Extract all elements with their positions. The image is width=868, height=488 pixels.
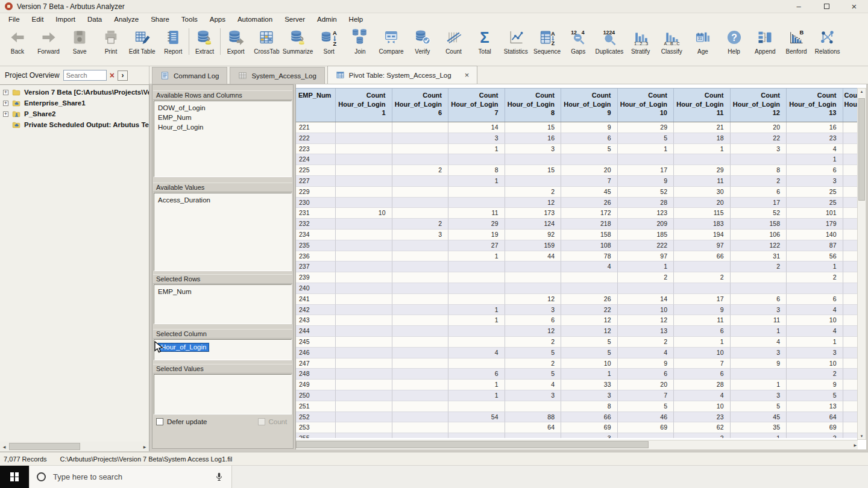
scroll-right-icon[interactable]: ▶ — [854, 443, 857, 447]
table-row[interactable]: 2501337435 — [296, 390, 858, 401]
toolbar-button[interactable]: Statistics — [500, 28, 532, 55]
table-row[interactable]: 235271591082229712287 — [296, 240, 858, 251]
table-row[interactable]: 2361447897663156 — [296, 251, 858, 262]
toolbar-button[interactable]: Extract — [189, 28, 220, 55]
table-row[interactable]: 231101117317212311552101 — [296, 208, 858, 219]
toolbar-button[interactable]: CrossTab — [251, 28, 283, 55]
table-row[interactable]: 24645541033 — [296, 348, 858, 358]
tree-expander[interactable]: + — [3, 101, 8, 106]
column-header[interactable]: CountHour_of_Login10 — [618, 89, 675, 122]
column-header[interactable]: CountHour_of_Login1 — [336, 89, 392, 122]
column-header[interactable]: CountHour_of_Login12 — [731, 89, 787, 122]
toolbar-button[interactable]: Export — [220, 28, 251, 55]
tree-item[interactable]: + Version 7 Beta [C:\Arbutus\Projects\Ve… — [0, 87, 149, 98]
document-tab[interactable]: System_Access_Log — [230, 67, 324, 84]
menu-item[interactable]: Apps — [204, 13, 231, 25]
table-row[interactable]: 2374121 — [296, 261, 858, 272]
table-row[interactable]: 25254886646234564 — [296, 412, 858, 423]
scroll-up-icon[interactable]: ▲ — [858, 90, 866, 93]
table-row[interactable]: 239222 — [296, 272, 858, 283]
defer-update-checkbox[interactable] — [156, 418, 163, 425]
menu-item[interactable]: Server — [278, 13, 311, 25]
toolbar-button[interactable]: Join — [345, 28, 376, 55]
tree-expander[interactable]: + — [3, 90, 8, 95]
table-row[interactable]: 230122628201725 — [296, 198, 858, 208]
table-row[interactable]: 2271791123 — [296, 176, 858, 187]
count-checkbox[interactable] — [258, 418, 265, 425]
scrollbar-thumb[interactable] — [296, 441, 649, 448]
table-row[interactable]: 2241 — [296, 154, 858, 165]
scroll-down-icon[interactable]: ▼ — [858, 434, 866, 438]
field-list-item[interactable]: Hour_of_Login — [154, 342, 291, 353]
toolbar-button[interactable]: Print — [95, 28, 127, 55]
tree-expander[interactable]: + — [3, 111, 8, 117]
toolbar-button[interactable]: Help — [719, 28, 750, 55]
toolbar-button[interactable]: Count — [438, 28, 470, 55]
clear-search-icon[interactable]: × — [110, 70, 115, 80]
menu-item[interactable]: File — [2, 13, 26, 25]
taskbar-search[interactable]: Type here to search — [29, 466, 232, 488]
table-row[interactable]: 2231351134 — [296, 144, 858, 155]
microphone-icon[interactable] — [214, 472, 224, 482]
toolbar-button[interactable]: Forward — [33, 28, 64, 55]
toolbar-button[interactable]: Duplicates — [594, 28, 625, 55]
table-row[interactable]: 240 — [296, 283, 858, 294]
toolbar-button[interactable]: Age — [687, 28, 719, 55]
column-header[interactable]: CountHour_of_Login11 — [674, 89, 731, 122]
field-list-item[interactable]: Hour_of_Login — [154, 122, 291, 132]
menu-item[interactable]: Tools — [175, 13, 204, 25]
menu-item[interactable]: Help — [343, 13, 370, 25]
selected-field-chip[interactable]: Hour_of_Login — [158, 343, 209, 352]
toolbar-button[interactable]: Report — [157, 28, 189, 55]
table-horizontal-scrollbar[interactable]: ▶ — [296, 440, 858, 449]
minimize-button[interactable]: – — [785, 0, 813, 13]
field-list-item[interactable]: DOW_of_Login — [154, 103, 291, 113]
menu-item[interactable]: Automation — [231, 13, 278, 25]
table-row[interactable]: 253646969623569 — [296, 422, 858, 433]
toolbar-button[interactable]: Edit Table — [127, 28, 158, 55]
toolbar-button[interactable]: Gaps — [562, 28, 594, 55]
toolbar-button[interactable]: Compare — [376, 28, 407, 55]
table-row[interactable]: 244121213614 — [296, 326, 858, 337]
table-row[interactable]: 24721097910 — [296, 358, 858, 369]
toolbar-button[interactable]: Sort — [313, 28, 345, 55]
menu-item[interactable]: Admin — [311, 13, 343, 25]
scrollbar-thumb[interactable] — [9, 443, 80, 450]
column-header[interactable]: CountHour_of_Login8 — [505, 89, 562, 122]
field-list-item[interactable]: EMP_Num — [154, 113, 291, 122]
toolbar-button[interactable]: Relations — [812, 28, 843, 55]
table-row[interactable]: 243161212111110 — [296, 315, 858, 326]
table-row[interactable]: 225281520172986 — [296, 165, 858, 176]
toolbar-button[interactable]: Benford — [781, 28, 812, 55]
table-row[interactable]: 232229124218209183158179 — [296, 219, 858, 230]
menu-item[interactable]: Edit — [26, 13, 50, 25]
menu-item[interactable]: Import — [49, 13, 81, 25]
table-row[interactable]: 2518510513 — [296, 401, 858, 412]
row-header-cell[interactable]: EMP_Num — [296, 89, 336, 122]
toolbar-button[interactable]: Verify — [407, 28, 438, 55]
field-list-item[interactable]: Access_Duration — [154, 195, 291, 205]
project-search-input[interactable] — [63, 70, 107, 81]
toolbar-button[interactable]: Back — [2, 28, 33, 55]
tree-item[interactable]: Private Scheduled Output: Arbutus Test S — [0, 119, 149, 130]
table-row[interactable]: 22231665182223 — [296, 133, 858, 144]
table-row[interactable]: 242132210934 — [296, 305, 858, 316]
table-row[interactable]: 245252141 — [296, 337, 858, 348]
document-tab[interactable]: Command Log — [152, 67, 227, 84]
table-row[interactable]: 2491433202819 — [296, 380, 858, 390]
tab-close-icon[interactable]: × — [465, 71, 470, 79]
field-list-item[interactable]: EMP_Num — [154, 287, 291, 296]
toolbar-button[interactable]: Append — [750, 28, 781, 55]
toolbar-button[interactable]: Summarize — [282, 28, 313, 55]
close-button[interactable]: × — [840, 0, 868, 13]
toolbar-button[interactable]: Sequence — [532, 28, 563, 55]
table-row[interactable]: 23431992158185194106140 — [296, 230, 858, 240]
restore-button[interactable] — [813, 0, 840, 13]
menu-item[interactable]: Data — [81, 13, 108, 25]
column-header[interactable]: CountHour_of_Login13 — [787, 89, 843, 122]
table-vertical-scrollbar[interactable]: ▲ ▼ — [857, 88, 866, 440]
scroll-right-icon[interactable]: ▶ — [140, 445, 149, 449]
toolbar-button[interactable]: Stratify — [625, 28, 656, 55]
column-header[interactable]: CountHour_of_Login9 — [561, 89, 618, 122]
column-header[interactable]: CountHour_of_Login7 — [448, 89, 505, 122]
